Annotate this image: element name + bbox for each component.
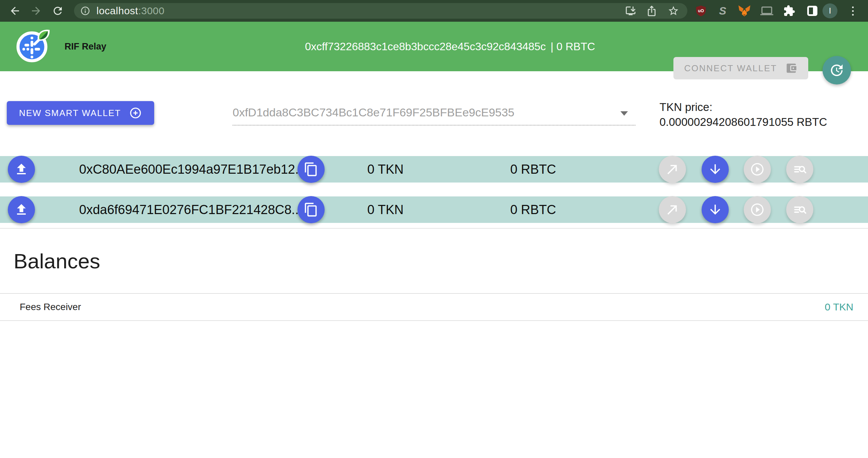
wallet-tkn-balance: 0 TKN bbox=[348, 156, 423, 183]
wallet-address: 0xda6f69471E0276FC1BF221428C8... bbox=[79, 196, 302, 223]
browser-menu-button[interactable] bbox=[850, 5, 856, 17]
execute-button[interactable] bbox=[744, 196, 771, 223]
token-select-value: 0xfD1dda8C3BC734Bc1C8e71F69F25BFBEe9cE95… bbox=[233, 106, 514, 119]
inspect-transactions-button[interactable] bbox=[786, 156, 813, 183]
app-title: RIF Relay bbox=[65, 22, 106, 71]
wallet-rbtc-balance: 0 RBTC bbox=[496, 196, 571, 223]
app-header: RIF Relay 0xcff73226883c1ce8b3bccc28e45c… bbox=[0, 22, 868, 71]
ublock-shield-icon: uO bbox=[694, 4, 707, 18]
execute-button[interactable] bbox=[744, 156, 771, 183]
inspect-transactions-button[interactable] bbox=[786, 196, 813, 223]
arrow-down-icon bbox=[708, 162, 723, 177]
extensions-puzzle-icon bbox=[783, 5, 795, 17]
side-panel-icon bbox=[807, 6, 817, 16]
wallet-tkn-balance: 0 TKN bbox=[348, 196, 423, 223]
balances-title: Balances bbox=[14, 249, 100, 273]
arrow-up-right-icon bbox=[665, 162, 680, 177]
smart-wallet-row: 0xC80AEe600Ec1994a97E1B17eb12... 0 TKN 0… bbox=[0, 156, 868, 183]
upload-icon bbox=[14, 162, 29, 177]
balances-table-row: Fees Receiver 0 TKN bbox=[0, 293, 868, 321]
metamask-extension-button[interactable] bbox=[738, 4, 751, 18]
url-text: localhost:3000 bbox=[96, 3, 164, 19]
extensions-button[interactable] bbox=[782, 4, 796, 18]
wallet-icon bbox=[785, 62, 797, 74]
forward-button[interactable] bbox=[30, 5, 42, 17]
token-select[interactable]: 0xfD1dda8C3BC734Bc1C8e71F69F25BFBEe9cE95… bbox=[233, 102, 635, 126]
copy-address-button[interactable] bbox=[297, 196, 325, 223]
token-price-label: TKN price: bbox=[659, 100, 863, 115]
upload-icon bbox=[14, 202, 29, 217]
transfer-button[interactable] bbox=[659, 156, 686, 183]
update-icon bbox=[829, 62, 845, 78]
share-icon bbox=[646, 5, 657, 17]
forward-icon bbox=[30, 5, 42, 17]
ublock-label: uO bbox=[698, 8, 704, 13]
reload-icon bbox=[52, 5, 64, 17]
wallet-rbtc-balance: 0 RBTC bbox=[496, 156, 571, 183]
ublock-extension-button[interactable]: uO bbox=[694, 4, 708, 18]
token-price-value: 0.00000294208601791055 RBTC bbox=[659, 115, 863, 130]
reload-button[interactable] bbox=[52, 5, 64, 17]
receive-button[interactable] bbox=[702, 196, 729, 223]
install-app-button[interactable] bbox=[625, 5, 636, 17]
copy-icon bbox=[304, 162, 319, 177]
token-price: TKN price: 0.00000294208601791055 RBTC bbox=[659, 100, 863, 130]
deploy-wallet-button[interactable] bbox=[8, 196, 35, 223]
s-extension-icon: S bbox=[719, 5, 726, 17]
screen: localhost:3000 uO S bbox=[0, 0, 868, 458]
side-panel-button[interactable] bbox=[806, 4, 819, 18]
rif-relay-logo bbox=[15, 27, 52, 66]
account-balance: | 0 RBTC bbox=[550, 40, 595, 53]
connect-wallet-label: CONNECT WALLET bbox=[684, 63, 777, 74]
search-list-icon bbox=[792, 162, 807, 177]
plus-circle-icon bbox=[129, 107, 142, 119]
install-icon bbox=[625, 5, 636, 17]
search-list-icon bbox=[792, 202, 807, 217]
bookmark-star-icon bbox=[668, 5, 679, 17]
play-circle-icon bbox=[750, 202, 765, 217]
transfer-button[interactable] bbox=[659, 196, 686, 223]
deploy-wallet-button[interactable] bbox=[8, 156, 35, 183]
metamask-fox-icon bbox=[738, 4, 751, 18]
account-summary: 0xcff73226883c1ce8b3bccc28e45c3c92c84348… bbox=[305, 22, 595, 71]
account-address: 0xcff73226883c1ce8b3bccc28e45c3c92c84348… bbox=[305, 40, 546, 53]
laptop-icon bbox=[760, 4, 773, 17]
copy-icon bbox=[304, 202, 319, 217]
bookmark-button[interactable] bbox=[668, 5, 679, 17]
smart-wallet-row: 0xda6f69471E0276FC1BF221428C8... 0 TKN 0… bbox=[0, 196, 868, 223]
section-divider bbox=[0, 228, 868, 229]
back-button[interactable] bbox=[9, 5, 21, 17]
vpn-extension-button[interactable]: S bbox=[716, 4, 729, 18]
receive-button[interactable] bbox=[702, 156, 729, 183]
back-icon bbox=[9, 5, 21, 17]
profile-avatar[interactable]: I bbox=[822, 3, 837, 18]
copy-address-button[interactable] bbox=[297, 156, 325, 183]
fees-receiver-label: Fees Receiver bbox=[20, 302, 81, 312]
screen-extension-button[interactable] bbox=[760, 4, 774, 18]
new-smart-wallet-button[interactable]: NEW SMART WALLET bbox=[7, 101, 154, 125]
browser-toolbar: localhost:3000 uO S bbox=[0, 0, 868, 22]
arrow-down-icon bbox=[708, 202, 723, 217]
site-info-icon[interactable] bbox=[80, 6, 90, 16]
new-smart-wallet-label: NEW SMART WALLET bbox=[19, 108, 121, 118]
refresh-balance-button[interactable] bbox=[822, 56, 851, 84]
fees-receiver-value: 0 TKN bbox=[825, 301, 853, 313]
wallet-address: 0xC80AEe600Ec1994a97E1B17eb12... bbox=[79, 156, 306, 183]
select-underline bbox=[233, 125, 635, 126]
connect-wallet-button[interactable]: CONNECT WALLET bbox=[673, 57, 808, 79]
url-port: :3000 bbox=[138, 5, 165, 17]
arrow-up-right-icon bbox=[665, 202, 680, 217]
play-circle-icon bbox=[750, 162, 765, 177]
url-bar[interactable]: localhost:3000 bbox=[74, 3, 687, 19]
share-button[interactable] bbox=[646, 5, 657, 17]
url-host: localhost bbox=[96, 5, 138, 17]
chevron-down-icon bbox=[620, 111, 628, 116]
